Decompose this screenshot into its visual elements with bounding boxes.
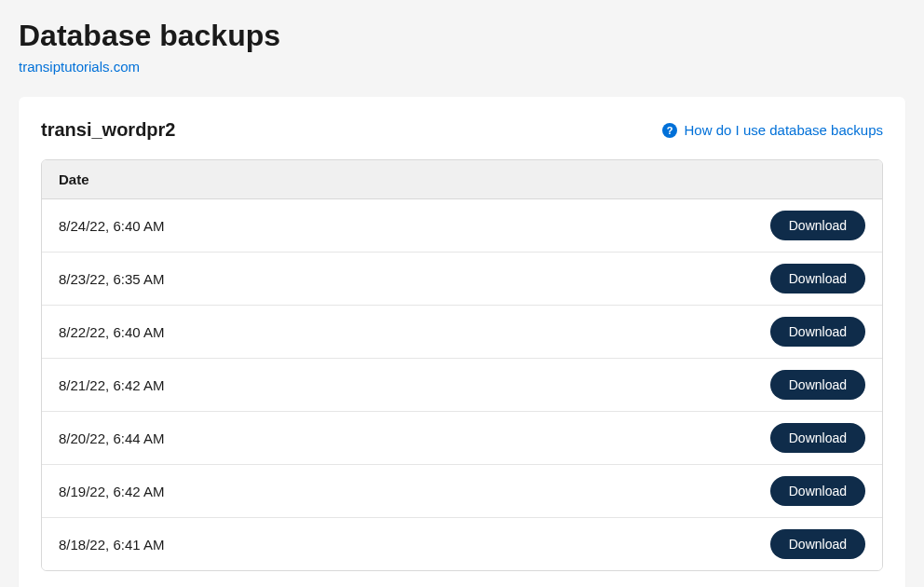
card-title: transi_wordpr2 xyxy=(41,119,175,141)
date-cell: 8/23/22, 6:35 AM xyxy=(59,271,164,287)
backup-card: transi_wordpr2 ? How do I use database b… xyxy=(19,97,905,587)
column-header-date: Date xyxy=(59,171,865,187)
table-row: 8/24/22, 6:40 AMDownload xyxy=(42,199,882,253)
backups-table: Date 8/24/22, 6:40 AMDownload8/23/22, 6:… xyxy=(41,159,883,571)
table-header: Date xyxy=(42,160,882,199)
download-button[interactable]: Download xyxy=(770,476,865,506)
help-icon: ? xyxy=(662,123,677,138)
table-row: 8/21/22, 6:42 AMDownload xyxy=(42,359,882,412)
download-button[interactable]: Download xyxy=(770,423,865,453)
page-title: Database backups xyxy=(19,19,905,53)
download-button[interactable]: Download xyxy=(770,370,865,400)
download-button[interactable]: Download xyxy=(770,317,865,347)
table-row: 8/18/22, 6:41 AMDownload xyxy=(42,518,882,570)
breadcrumb-link[interactable]: transiptutorials.com xyxy=(19,59,140,75)
date-cell: 8/18/22, 6:41 AM xyxy=(59,537,164,553)
card-header: transi_wordpr2 ? How do I use database b… xyxy=(41,119,883,141)
download-button[interactable]: Download xyxy=(770,211,865,240)
help-link-text: How do I use database backups xyxy=(685,122,883,138)
table-row: 8/23/22, 6:35 AMDownload xyxy=(42,253,882,306)
date-cell: 8/24/22, 6:40 AM xyxy=(59,218,164,234)
table-row: 8/20/22, 6:44 AMDownload xyxy=(42,412,882,465)
svg-text:?: ? xyxy=(666,125,673,136)
help-link[interactable]: ? How do I use database backups xyxy=(662,122,883,138)
table-row: 8/19/22, 6:42 AMDownload xyxy=(42,465,882,518)
date-cell: 8/19/22, 6:42 AM xyxy=(59,484,164,499)
date-cell: 8/22/22, 6:40 AM xyxy=(59,324,164,340)
date-cell: 8/21/22, 6:42 AM xyxy=(59,377,164,393)
download-button[interactable]: Download xyxy=(770,264,865,294)
table-row: 8/22/22, 6:40 AMDownload xyxy=(42,306,882,359)
download-button[interactable]: Download xyxy=(770,529,865,559)
date-cell: 8/20/22, 6:44 AM xyxy=(59,430,164,446)
